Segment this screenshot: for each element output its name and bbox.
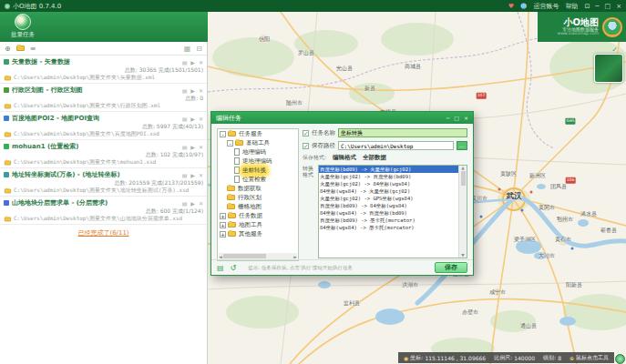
convert-option[interactable]: 百度坐标(bd09) -> 84坐标(wgs84) <box>319 202 459 209</box>
task-stats-icon[interactable]: ▤ <box>182 144 188 150</box>
save-path-input[interactable] <box>338 141 454 150</box>
account-menu[interactable]: 运营账号 <box>533 2 559 11</box>
task-stats-icon[interactable]: ▤ <box>182 200 188 207</box>
dialog-titlebar[interactable]: 编辑任务 ─ □ × <box>211 112 473 124</box>
convert-option[interactable]: 百度坐标(bd09) -> 墨卡托(mercator) <box>319 217 459 224</box>
task-close-icon[interactable]: ✕ <box>199 87 203 94</box>
convert-option[interactable]: 84坐标(wgs84) -> 火星坐标(gcj02) <box>319 187 459 195</box>
tree-node[interactable]: 逆地理编码 <box>218 157 298 166</box>
minimize-button[interactable]: ─ <box>595 3 599 10</box>
scrollbar-thumb[interactable] <box>223 254 266 258</box>
tree-node[interactable]: +其他服务 <box>218 229 298 238</box>
task-run-icon[interactable]: ▶ <box>190 87 195 94</box>
task-run-icon[interactable]: ▶ <box>190 144 195 150</box>
task-name-input[interactable] <box>338 128 467 137</box>
tree-node[interactable]: -基础工具 <box>218 138 298 147</box>
browse-button[interactable]: … <box>457 141 467 150</box>
layer-check-icon[interactable]: ✓ <box>611 46 618 54</box>
convert-option[interactable]: 火星坐标(gcj02) -> GPS坐标(wgs84) <box>319 195 459 202</box>
convert-options-listbox[interactable]: 百度坐标(bd09) -> 火星坐标(gcj02)火星坐标(gcj02) -> … <box>318 165 467 258</box>
tree-node[interactable]: 位置检索 <box>218 175 298 184</box>
format-option-edit[interactable]: 编辑格式 <box>333 154 356 162</box>
tree-node[interactable]: +地图工具 <box>218 220 298 229</box>
tree-node[interactable]: 栅格地图 <box>218 202 298 211</box>
add-task-icon[interactable]: ⊕ <box>5 45 11 53</box>
collapse-all-icon[interactable]: ⊟ <box>196 45 202 53</box>
completed-summary-link[interactable]: 已经完成了(6/11) <box>0 228 207 238</box>
open-folder-icon[interactable] <box>16 46 25 51</box>
expander-icon[interactable]: - <box>227 140 233 147</box>
scroll-left-icon[interactable]: ◄ <box>219 254 222 259</box>
task-path: C:\Users\admin\Desktop\测量文件夹\mohuan1.xsd <box>14 158 156 167</box>
task-run-icon[interactable]: ▶ <box>190 172 195 178</box>
tree-node[interactable]: 数据获取 <box>218 184 298 193</box>
expander-icon[interactable]: - <box>220 131 226 137</box>
footer-table-icon[interactable]: ▤ <box>217 264 224 272</box>
task-run-icon[interactable]: ▶ <box>190 116 195 122</box>
save-path-checkbox[interactable]: ✓ <box>303 143 309 149</box>
task-name-checkbox[interactable]: ✓ <box>303 130 309 136</box>
scroll-down-icon[interactable]: ▼ <box>461 253 464 258</box>
scrollbar-thumb[interactable] <box>461 171 466 186</box>
task-close-icon[interactable]: ✕ <box>199 116 203 122</box>
task-stats-icon[interactable]: ▤ <box>182 59 188 66</box>
tree-horizontal-scrollbar[interactable]: ◄ ► <box>219 253 297 259</box>
grid-view-icon[interactable]: ▦ <box>184 45 191 53</box>
map-city-label: 梁子湖区 <box>514 236 536 244</box>
tree-node[interactable]: +任务数据 <box>218 211 298 220</box>
app-window: 小O地图 0.7.4.0 ♥ ☻ 运营账号 帮助 ⊡ ─ □ × 批量任务 ⊕ … <box>0 0 626 364</box>
tree-node[interactable]: 坐标转换 <box>218 166 298 175</box>
close-button[interactable]: × <box>616 3 621 10</box>
tree-node[interactable]: -任务服务 <box>218 129 298 138</box>
scroll-up-icon[interactable]: ▲ <box>461 166 464 170</box>
status-green-indicator[interactable] <box>615 354 625 364</box>
maximize-button[interactable]: □ <box>605 3 611 10</box>
expander-icon[interactable]: + <box>220 222 226 228</box>
dialog-close-button[interactable]: × <box>464 115 468 121</box>
tree-node-label: 坐标转换 <box>241 167 267 175</box>
convert-option[interactable]: 84坐标(wgs84) -> 墨卡托(mercator) <box>319 224 459 231</box>
listbox-vertical-scrollbar[interactable]: ▲ ▼ <box>458 166 467 258</box>
save-button[interactable]: 保存 <box>435 262 467 273</box>
task-stats-icon[interactable]: ▤ <box>182 116 188 122</box>
convert-option[interactable]: 84坐标(wgs84) -> 百度坐标(bd09) <box>319 209 459 217</box>
batch-task-label: 批量任务 <box>11 31 35 38</box>
favorite-heart-icon[interactable]: ♥ <box>508 3 514 10</box>
task-stats-icon[interactable]: ▤ <box>182 172 188 178</box>
convert-option[interactable]: 火星坐标(gcj02) -> 84坐标(wgs84) <box>319 180 459 187</box>
tree-node[interactable]: 行政区划 <box>218 193 298 202</box>
task-item[interactable]: 矢量数据 - 矢量数据▤▶✕总数: 30365 完成(1501/1501)C:\… <box>0 56 207 84</box>
dialog-minimize-button[interactable]: ─ <box>446 115 450 121</box>
task-item[interactable]: 地址转坐标测试(万条) - (地址转坐标)▤▶✕总数: 201559 完成(21… <box>0 168 207 197</box>
list-view-icon[interactable]: ≡ <box>30 45 36 53</box>
help-menu[interactable]: 帮助 <box>565 2 578 11</box>
mouse-tool-toggle[interactable]: ⊕ 鼠标点击工具 <box>570 354 609 362</box>
skin-icon[interactable]: ⊡ <box>584 3 590 10</box>
task-run-icon[interactable]: ▶ <box>190 59 195 66</box>
task-progress: 总数: 0 <box>4 95 203 102</box>
expander-icon[interactable]: + <box>220 213 226 219</box>
format-option-all[interactable]: 全部数据 <box>363 154 386 162</box>
convert-option[interactable]: 火星坐标(gcj02) -> 百度坐标(bd09) <box>319 173 459 180</box>
task-item[interactable]: 行政区划图 - 行政区划图▤▶✕总数: 0C:\Users\admin\Desk… <box>0 84 207 112</box>
task-item[interactable]: mohuan1 (位置检索)▤▶✕总数: 102 完成(10/97)C:\Use… <box>0 140 207 168</box>
dialog-maximize-button[interactable]: □ <box>454 115 459 121</box>
task-panel: ⊕ ≡ ▦ ⊟ 矢量数据 - 矢量数据▤▶✕总数: 30365 完成(1501/… <box>0 42 208 364</box>
task-run-icon[interactable]: ▶ <box>190 200 195 207</box>
format-label: 保存格式: <box>303 154 326 162</box>
footer-undo-icon[interactable]: ↺ <box>231 264 237 272</box>
map-area[interactable]: 信阳罗山县光山县新县商城县麻城市红安县大悟县随州市安陆市云梦县应城市孝感市京山县… <box>208 12 626 364</box>
convert-option[interactable]: 百度坐标(bd09) -> 火星坐标(gcj02) <box>319 166 459 173</box>
scroll-right-icon[interactable]: ► <box>293 254 297 259</box>
task-close-icon[interactable]: ✕ <box>199 200 203 207</box>
task-close-icon[interactable]: ✕ <box>199 172 203 178</box>
task-stats-icon[interactable]: ▤ <box>182 87 188 94</box>
task-item[interactable]: 百度地图POI2 - 地图POI查询▤▶✕总数: 5997 完成(40/13)C… <box>0 112 207 140</box>
batch-task-tool-button[interactable]: 批量任务 <box>5 14 41 39</box>
task-close-icon[interactable]: ✕ <box>199 59 203 66</box>
task-item[interactable]: 山地地块分层需求单 - (分层需求)▤▶✕总数: 600 完成(1/124)C:… <box>0 197 207 225</box>
expander-icon[interactable]: + <box>220 231 226 238</box>
tree-node[interactable]: 地理编码 <box>218 147 298 157</box>
task-close-icon[interactable]: ✕ <box>199 144 203 150</box>
satellite-layer-thumbnail[interactable] <box>594 54 623 83</box>
